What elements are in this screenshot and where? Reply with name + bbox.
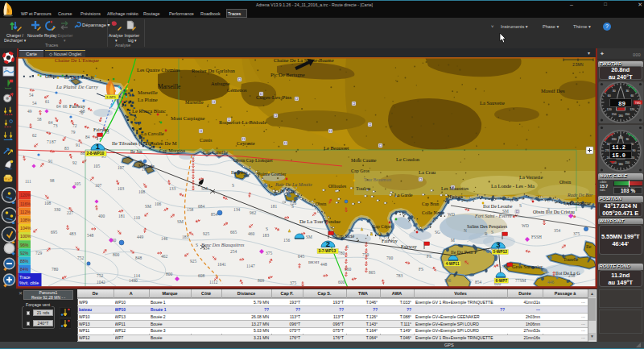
svg-text:%vit. cible: %vit. cible (19, 280, 39, 285)
svg-text:De La Tour Fondue: De La Tour Fondue (299, 218, 341, 224)
svg-text:Fort Saint - Everre: Fort Saint - Everre (474, 214, 512, 218)
svg-text:Ilot De La G: Ilot De La G (555, 271, 580, 276)
svg-text:446: 446 (547, 280, 554, 285)
svg-text:Mont Carpiagne: Mont Carpiagne (171, 115, 205, 121)
svg-text:60: 60 (630, 94, 634, 98)
svg-text:854: 854 (211, 212, 217, 217)
svg-text:Fairway: Fairway (93, 127, 109, 132)
svg-text:1042: 1042 (97, 280, 105, 285)
svg-text:645: 645 (298, 254, 304, 259)
svg-text:Cap Morgiou: Cap Morgiou (159, 148, 185, 153)
svg-text:449: 449 (137, 235, 143, 239)
svg-text:58: 58 (37, 117, 42, 122)
svg-text:134: 134 (233, 207, 240, 212)
svg-text:11.2: 11.2 (612, 144, 625, 151)
svg-text:91: 91 (76, 143, 80, 147)
svg-text:854: 854 (475, 280, 481, 285)
svg-text:Tour Beaumont: Tour Beaumont (364, 177, 392, 182)
svg-text:Le Coudon: Le Coudon (396, 156, 420, 162)
svg-text:Cassis: Cassis (200, 138, 213, 143)
svg-text:106: 106 (155, 202, 161, 206)
svg-text:Ile: Ile (586, 244, 592, 249)
svg-text:783: 783 (396, 273, 402, 278)
svg-text:R: R (485, 231, 488, 236)
svg-text:Les Maurettes: Les Maurettes (441, 186, 469, 191)
svg-text:BKSH: BKSH (308, 260, 320, 264)
svg-text:103: 103 (118, 186, 124, 191)
svg-text:La Garde: La Garde (394, 193, 413, 197)
svg-text:600: 600 (338, 280, 345, 285)
svg-text:Marseille: Marseille (185, 100, 204, 105)
svg-text:608: 608 (198, 273, 204, 278)
svg-text:105: 105 (93, 164, 100, 168)
svg-text:WD: WD (448, 212, 455, 217)
svg-text:107: 107 (118, 165, 124, 170)
svg-text:Ollioules: Ollioules (328, 184, 347, 189)
svg-text:Cap Brun: Cap Brun (422, 202, 439, 206)
svg-text:Cap Gros: Cap Gros (351, 168, 369, 173)
svg-text:61: 61 (45, 99, 50, 104)
svg-text:Moyade: Moyade (138, 164, 155, 168)
svg-text:30: 30 (612, 89, 615, 93)
svg-text:848: 848 (135, 256, 142, 260)
svg-text:70: 70 (79, 110, 84, 115)
svg-text:30: 30 (625, 138, 629, 141)
svg-text:Le Rouca Blanc: Le Rouca Blanc (132, 108, 166, 114)
svg-text:SG: SG (435, 230, 440, 235)
svg-text:15.0: 15.0 (612, 152, 625, 159)
svg-text:962: 962 (250, 210, 256, 215)
svg-text:111: 111 (25, 179, 31, 184)
svg-text:Salins Des Pesquiers: Salins Des Pesquiers (467, 224, 508, 229)
svg-text:Le Brusc: Le Brusc (280, 189, 297, 193)
svg-text:112%: 112% (20, 210, 31, 214)
svg-text:FS: FS (419, 267, 423, 272)
svg-text:116%: 116% (20, 202, 31, 206)
svg-text:865: 865 (369, 270, 375, 275)
svg-text:800: 800 (113, 252, 119, 257)
svg-text:780: 780 (52, 267, 58, 272)
svg-text:30: 30 (625, 89, 629, 93)
svg-text:SM: SM (306, 235, 312, 239)
svg-text:5-WP12: 5-WP12 (493, 250, 508, 254)
svg-text:M: M (451, 238, 455, 243)
svg-text:73: 73 (53, 123, 58, 128)
svg-text:2-8-WP10: 2-8-WP10 (87, 152, 105, 156)
svg-text:375: 375 (290, 280, 296, 285)
svg-text:800: 800 (166, 272, 172, 276)
svg-text:La Plaine: La Plaine (138, 97, 158, 102)
svg-text:Les Quatre Chemins: Les Quatre Chemins (137, 67, 180, 73)
svg-text:104%: 104% (20, 226, 31, 231)
svg-text:Fairway: Fairway (69, 104, 85, 109)
svg-text:84%: 84% (20, 267, 29, 272)
svg-text:146: 146 (161, 236, 167, 241)
svg-text:92: 92 (72, 160, 77, 165)
svg-text:375: 375 (266, 251, 272, 256)
svg-text:64: 64 (56, 104, 61, 109)
svg-text:330: 330 (54, 207, 60, 212)
svg-text:FSSH: FSSH (531, 235, 542, 239)
svg-text:66: 66 (63, 104, 68, 109)
svg-text:150: 150 (625, 113, 630, 116)
svg-text:Obstn Cap Lionquet: Obstn Cap Lionquet (233, 158, 273, 163)
svg-text:91: 91 (48, 159, 53, 164)
svg-text:780: 780 (338, 251, 345, 256)
svg-text:S: S (232, 183, 234, 188)
svg-text:2: 2 (326, 239, 330, 248)
svg-text:Obstn Ilot Du Cristau: Obstn Ilot Du Cristau (533, 210, 575, 214)
svg-text:120%: 120% (20, 193, 31, 197)
svg-text:462: 462 (161, 254, 167, 259)
svg-text:87: 87 (52, 139, 56, 144)
svg-text:79: 79 (71, 130, 76, 135)
svg-text:1: 1 (96, 142, 101, 151)
svg-text:TWD: TWD (634, 102, 641, 105)
svg-text:Marseille: Marseille (158, 83, 181, 90)
svg-text:181: 181 (118, 214, 125, 218)
svg-text:Pic De Bertagne: Pic De Bertagne (270, 72, 305, 77)
svg-text:Cap Sicié: Cap Sicié (336, 234, 354, 239)
svg-text:92%: 92% (20, 251, 29, 256)
svg-text:Hyères: Hyères (448, 193, 463, 199)
svg-text:448: 448 (320, 262, 327, 267)
svg-text:71: 71 (47, 139, 52, 144)
svg-text:270: 270 (605, 149, 609, 152)
svg-text:Ceyreste: Ceyreste (237, 140, 255, 146)
